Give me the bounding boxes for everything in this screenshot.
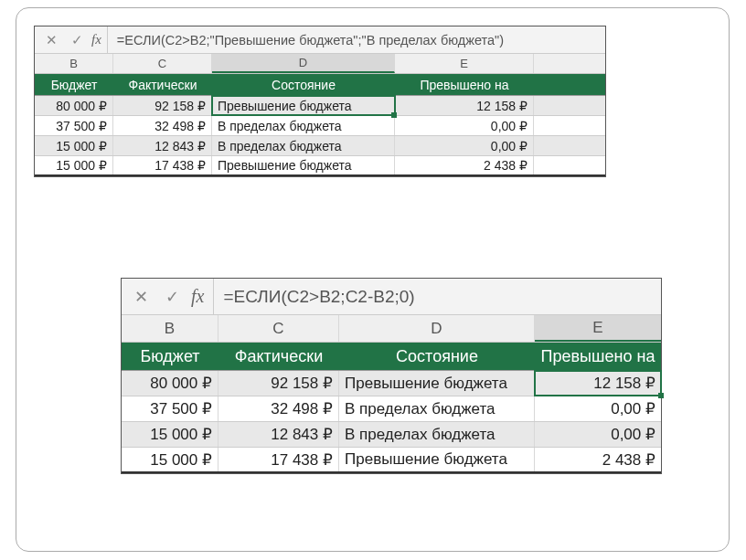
- excel-screenshot-1: ✕ ✓ fx =ЕСЛИ(C2>B2;"Превышение бюджета";…: [34, 26, 606, 177]
- cell[interactable]: 92 158 ₽: [218, 371, 339, 396]
- cell[interactable]: 0,00 ₽: [395, 136, 534, 155]
- col-header-E[interactable]: E: [535, 315, 661, 342]
- cell[interactable]: 92 158 ₽: [113, 96, 212, 115]
- column-headers: B C D E: [122, 315, 661, 343]
- cell[interactable]: 15 000 ₽: [122, 422, 218, 447]
- col-header-blank[interactable]: [534, 54, 605, 73]
- col-header-B[interactable]: B: [122, 315, 218, 342]
- cell[interactable]: В пределах бюджета: [212, 136, 395, 155]
- cell[interactable]: Превышение бюджета: [339, 448, 535, 471]
- fx-icon[interactable]: fx: [90, 26, 108, 53]
- header-actual[interactable]: Фактически: [218, 343, 339, 370]
- cell[interactable]: 2 438 ₽: [535, 448, 661, 471]
- cell[interactable]: 37 500 ₽: [122, 396, 218, 421]
- col-header-D[interactable]: D: [339, 315, 535, 342]
- header-status[interactable]: Состояние: [339, 343, 535, 370]
- cell[interactable]: 15 000 ₽: [35, 136, 113, 155]
- table-row: 15 000 ₽ 12 843 ₽ В пределах бюджета 0,0…: [122, 422, 661, 448]
- cell[interactable]: Превышение бюджета: [212, 156, 395, 174]
- selected-cell[interactable]: 12 158 ₽: [535, 371, 661, 396]
- cell[interactable]: 12 158 ₽: [395, 96, 534, 115]
- cell[interactable]: 12 843 ₽: [218, 422, 339, 447]
- col-header-C[interactable]: C: [113, 54, 212, 73]
- fx-icon[interactable]: fx: [187, 279, 214, 314]
- table-row: 80 000 ₽ 92 158 ₽ Превышение бюджета 12 …: [35, 96, 605, 116]
- cell[interactable]: 32 498 ₽: [113, 116, 212, 135]
- cell[interactable]: 15 000 ₽: [35, 156, 113, 174]
- table-row: 15 000 ₽ 17 438 ₽ Превышение бюджета 2 4…: [122, 448, 661, 473]
- accept-icon[interactable]: ✓: [64, 32, 90, 48]
- header-over[interactable]: Превышено на: [535, 343, 661, 370]
- table-row: 37 500 ₽ 32 498 ₽ В пределах бюджета 0,0…: [35, 116, 605, 136]
- cell[interactable]: 17 438 ₽: [113, 156, 212, 174]
- col-header-B[interactable]: B: [35, 54, 113, 73]
- cancel-icon[interactable]: ✕: [125, 287, 156, 307]
- selected-cell[interactable]: Превышение бюджета: [212, 96, 395, 115]
- cancel-icon[interactable]: ✕: [38, 32, 64, 48]
- table-row: 15 000 ₽ 12 843 ₽ В пределах бюджета 0,0…: [35, 136, 605, 156]
- formula-bar: ✕ ✓ fx =ЕСЛИ(C2>B2;"Превышение бюджета";…: [35, 26, 605, 54]
- cell[interactable]: 80 000 ₽: [35, 96, 113, 115]
- header-status[interactable]: Состояние: [212, 74, 395, 95]
- cell[interactable]: 12 843 ₽: [113, 136, 212, 155]
- table-header-row: Бюджет Фактически Состояние Превышено на: [122, 343, 661, 371]
- col-header-C[interactable]: C: [218, 315, 339, 342]
- excel-screenshot-2: ✕ ✓ fx =ЕСЛИ(C2>B2;C2-B2;0) B C D E Бюдж…: [121, 278, 662, 474]
- table-row: 80 000 ₽ 92 158 ₽ Превышение бюджета 12 …: [122, 371, 661, 396]
- cell[interactable]: 0,00 ₽: [395, 116, 534, 135]
- col-header-E[interactable]: E: [395, 54, 534, 73]
- col-header-D[interactable]: D: [212, 54, 395, 73]
- header-budget[interactable]: Бюджет: [122, 343, 218, 370]
- cell[interactable]: В пределах бюджета: [339, 422, 535, 447]
- header-over[interactable]: Превышено на: [395, 74, 534, 95]
- formula-input[interactable]: =ЕСЛИ(C2>B2;"Превышение бюджета";"В пред…: [108, 33, 504, 48]
- accept-icon[interactable]: ✓: [156, 287, 187, 307]
- formula-input[interactable]: =ЕСЛИ(C2>B2;C2-B2;0): [214, 287, 414, 307]
- cell[interactable]: 0,00 ₽: [535, 396, 661, 421]
- cell[interactable]: 17 438 ₽: [218, 448, 339, 471]
- cell[interactable]: В пределах бюджета: [339, 396, 535, 421]
- table-header-row: Бюджет Фактически Состояние Превышено на: [35, 74, 605, 96]
- formula-bar: ✕ ✓ fx =ЕСЛИ(C2>B2;C2-B2;0): [122, 279, 661, 315]
- cell[interactable]: 0,00 ₽: [535, 422, 661, 447]
- table-row: 37 500 ₽ 32 498 ₽ В пределах бюджета 0,0…: [122, 396, 661, 422]
- cell[interactable]: 2 438 ₽: [395, 156, 534, 174]
- header-actual[interactable]: Фактически: [113, 74, 212, 95]
- column-headers: B C D E: [35, 54, 605, 74]
- cell[interactable]: Превышение бюджета: [339, 371, 535, 396]
- cell[interactable]: 37 500 ₽: [35, 116, 113, 135]
- cell[interactable]: 15 000 ₽: [122, 448, 218, 471]
- cell[interactable]: 80 000 ₽: [122, 371, 218, 396]
- header-budget[interactable]: Бюджет: [35, 74, 113, 95]
- table-row: 15 000 ₽ 17 438 ₽ Превышение бюджета 2 4…: [35, 156, 605, 176]
- cell[interactable]: В пределах бюджета: [212, 116, 395, 135]
- cell[interactable]: 32 498 ₽: [218, 396, 339, 421]
